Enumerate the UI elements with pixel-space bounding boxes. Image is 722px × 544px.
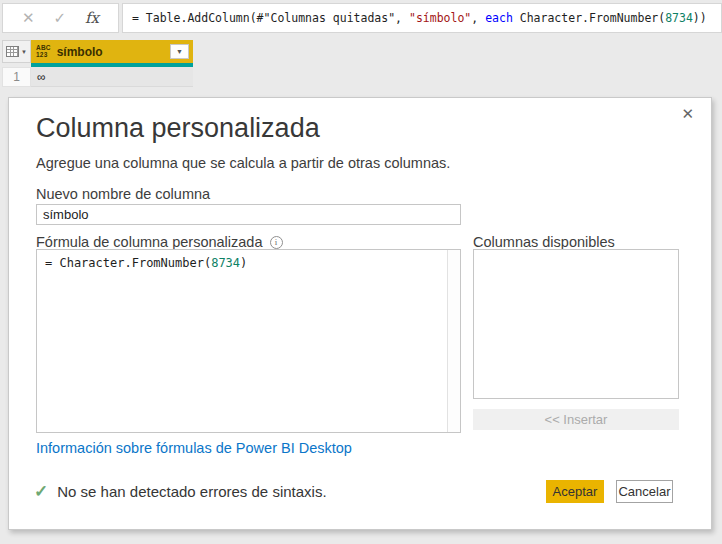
power-bi-formulas-link[interactable]: Información sobre fórmulas de Power BI D…: [36, 440, 352, 456]
chevron-down-icon: ▼: [21, 49, 27, 55]
column-filter-dropdown-button[interactable]: ▼: [170, 44, 189, 59]
type-icon-123: 123: [36, 52, 51, 59]
formula-bar-actions: ✕ ✓ fx: [2, 3, 119, 33]
formula-editor-scrollbar[interactable]: [447, 250, 460, 432]
formula-segment: = Table.AddColumn(#"Columnas quitadas",: [132, 11, 409, 25]
dialog-subtitle: Agregue una columna que se calcula a par…: [36, 155, 450, 171]
syntax-status-text: No se han detectado errores de sintaxis.: [57, 483, 326, 500]
formula-segment: ,: [471, 11, 485, 25]
new-column-name-label: Nuevo nombre de columna: [36, 186, 210, 202]
table-grid-icon: [6, 46, 19, 57]
accept-button[interactable]: Aceptar: [546, 480, 604, 503]
new-column-name-input[interactable]: [36, 204, 461, 225]
column-name: símbolo: [57, 45, 103, 59]
available-columns-label: Columnas disponibles: [473, 234, 615, 250]
row-number: 1: [2, 67, 31, 87]
custom-formula-text: = Character.FromNumber(8734): [45, 256, 247, 270]
info-icon[interactable]: i: [270, 236, 283, 249]
syntax-status: ✓ No se han detectado errores de sintaxi…: [34, 481, 327, 502]
custom-column-dialog: ✕ Columna personalizada Agregue una colu…: [8, 97, 712, 530]
formula-segment-keyword: each: [485, 11, 513, 25]
column-type-icon[interactable]: ABC 123: [36, 45, 51, 58]
custom-formula-editor[interactable]: = Character.FromNumber(8734): [36, 249, 461, 433]
insert-button[interactable]: << Insertar: [473, 409, 679, 430]
table-cell-value[interactable]: ∞: [31, 67, 193, 87]
dialog-title: Columna personalizada: [36, 113, 320, 144]
column-header-simbolo[interactable]: ABC 123 símbolo ▼: [31, 40, 193, 63]
formula-segment-number: 8734: [211, 256, 240, 270]
formula-segment: Character.FromNumber(: [513, 11, 665, 25]
formula-segment: = Character.FromNumber(: [45, 256, 211, 270]
available-columns-listbox[interactable]: [473, 249, 679, 399]
check-icon: ✓: [34, 481, 48, 502]
commit-formula-icon[interactable]: ✓: [53, 9, 66, 27]
table-menu-button[interactable]: ▼: [2, 40, 31, 63]
cancel-button[interactable]: Cancelar: [616, 480, 673, 503]
formula-segment: ): [240, 256, 247, 270]
custom-formula-label-text: Fórmula de columna personalizada: [36, 234, 263, 250]
cancel-formula-icon[interactable]: ✕: [22, 9, 35, 27]
formula-segment-number: 8734: [665, 11, 693, 25]
custom-formula-label: Fórmula de columna personalizada i: [36, 234, 283, 250]
close-icon[interactable]: ✕: [679, 103, 696, 125]
formula-bar-input[interactable]: = Table.AddColumn(#"Columnas quitadas", …: [122, 3, 722, 33]
fx-icon[interactable]: fx: [85, 9, 99, 27]
formula-segment: )): [693, 11, 707, 25]
formula-segment-string: "símbolo": [409, 11, 471, 25]
